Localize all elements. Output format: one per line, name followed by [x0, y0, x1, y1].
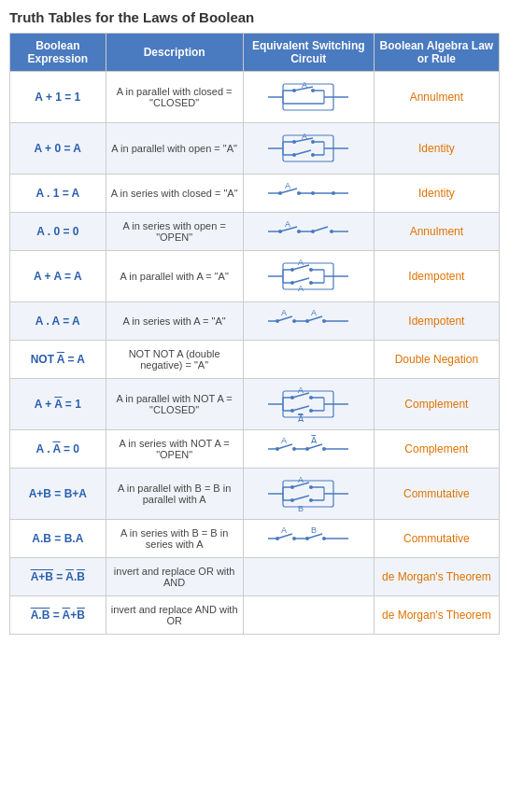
header-description: Description [106, 34, 243, 72]
svg-text:A̅: A̅ [311, 435, 318, 445]
svg-line-63 [292, 278, 309, 283]
circuit-cell [243, 341, 374, 379]
circuit-cell: A B [243, 469, 374, 520]
circuit-cell: A A̅ [243, 430, 374, 469]
circuit-cell: A A [243, 251, 374, 302]
expression-cell: A + A = 1 [10, 379, 106, 430]
law-cell: de Morgan's Theorem [374, 558, 499, 596]
header-law: Boolean Algebra Law or Rule [374, 34, 499, 72]
description-cell: invert and replace OR with AND [106, 558, 243, 596]
circuit-cell: A A̅ [243, 379, 374, 430]
description-cell: A in series with A = "A" [106, 302, 243, 341]
table-row: A + 0 = AA in parallel with open = "A" A… [10, 123, 500, 175]
svg-text:A: A [281, 308, 287, 317]
expression-cell: NOT A = A [10, 341, 106, 379]
law-cell: Idempotent [374, 251, 499, 302]
header-circuit: Equivalent Switching Circuit [243, 34, 374, 72]
description-cell: A in series with B = B in series with A [106, 520, 243, 558]
law-cell: de Morgan's Theorem [374, 596, 499, 635]
table-row: A.B = A+Binvert and replace AND with ORd… [10, 596, 500, 635]
circuit-cell [243, 596, 374, 635]
description-cell: NOT NOT A (double negative) = "A" [106, 341, 243, 379]
boolean-laws-table: Boolean Expression Description Equivalen… [9, 33, 500, 635]
circuit-cell [243, 558, 374, 596]
svg-line-25 [294, 150, 311, 155]
svg-text:A: A [302, 80, 307, 90]
svg-text:A: A [298, 258, 304, 267]
description-cell: A in series with open = "OPEN" [106, 213, 243, 251]
svg-line-50 [313, 227, 328, 231]
law-cell: Double Negation [374, 341, 499, 379]
circuit-cell: A [243, 175, 374, 213]
table-row: A + A = AA in parallel with A = "A" A A … [10, 251, 500, 302]
circuit-cell: A [243, 72, 374, 123]
law-cell: Identity [374, 175, 499, 213]
expression-cell: A+B = A.B [10, 558, 106, 596]
description-cell: A in parallel with closed = "CLOSED" [106, 72, 243, 123]
law-cell: Complement [374, 430, 499, 469]
table-row: NOT A = ANOT NOT A (double negative) = "… [10, 341, 500, 379]
svg-text:B: B [311, 525, 317, 535]
table-row: A.B = B.AA in series with B = B in serie… [10, 520, 500, 558]
expression-cell: A + 1 = 1 [10, 72, 106, 123]
description-cell: A in parallel with open = "A" [106, 123, 243, 175]
svg-text:A: A [281, 436, 287, 445]
law-cell: Annulment [374, 72, 499, 123]
expression-cell: A . A = 0 [10, 430, 106, 469]
description-cell: A in parallel with B = B in parallel wit… [106, 469, 243, 520]
page-title: Truth Tables for the Laws of Boolean [9, 9, 500, 25]
expression-cell: A.B = B.A [10, 520, 106, 558]
svg-line-93 [292, 406, 309, 411]
table-row: A + 1 = 1A in parallel with closed = "CL… [10, 72, 500, 123]
description-cell: A in parallel with A = "A" [106, 251, 243, 302]
description-cell: A in series with NOT A = "OPEN" [106, 430, 243, 469]
svg-text:A: A [298, 475, 304, 484]
description-cell: A in parallel with NOT A = "CLOSED" [106, 379, 243, 430]
circuit-cell: A [243, 123, 374, 175]
table-row: A . A = AA in series with A = "A" A A Id… [10, 302, 500, 341]
table-row: A+B = A.Binvert and replace OR with ANDd… [10, 558, 500, 596]
svg-text:A: A [281, 525, 287, 535]
table-row: A . 0 = 0A in series with open = "OPEN" … [10, 213, 500, 251]
table-row: A+B = B+AA in parallel with B = B in par… [10, 469, 500, 520]
circuit-cell: A B [243, 520, 374, 558]
table-row: A . 1 = AA in series with closed = "A" A… [10, 175, 500, 213]
law-cell: Commutative [374, 520, 499, 558]
svg-text:A: A [285, 181, 290, 190]
svg-line-123 [292, 496, 309, 500]
svg-text:A: A [298, 284, 304, 293]
expression-cell: A+B = B+A [10, 469, 106, 520]
circuit-cell: A [243, 213, 374, 251]
expression-cell: A + 0 = A [10, 123, 106, 175]
law-cell: Idempotent [374, 302, 499, 341]
law-cell: Complement [374, 379, 499, 430]
svg-text:A: A [298, 385, 304, 395]
svg-text:B: B [298, 504, 304, 513]
header-expression: Boolean Expression [10, 34, 106, 72]
svg-text:A: A [311, 308, 317, 317]
expression-cell: A.B = A+B [10, 596, 106, 635]
law-cell: Identity [374, 123, 499, 175]
expression-cell: A . 1 = A [10, 175, 106, 213]
circuit-cell: A A [243, 302, 374, 341]
law-cell: Annulment [374, 213, 499, 251]
description-cell: invert and replace AND with OR [106, 596, 243, 635]
expression-cell: A . 0 = 0 [10, 213, 106, 251]
table-row: A . A = 0A in series with NOT A = "OPEN"… [10, 430, 500, 469]
svg-text:A: A [302, 132, 307, 141]
svg-text:A̅: A̅ [298, 413, 304, 424]
law-cell: Commutative [374, 469, 499, 520]
expression-cell: A + A = A [10, 251, 106, 302]
expression-cell: A . A = A [10, 302, 106, 341]
description-cell: A in series with closed = "A" [106, 175, 243, 213]
table-row: A + A = 1A in parallel with NOT A = "CLO… [10, 379, 500, 430]
svg-text:A: A [285, 219, 290, 229]
